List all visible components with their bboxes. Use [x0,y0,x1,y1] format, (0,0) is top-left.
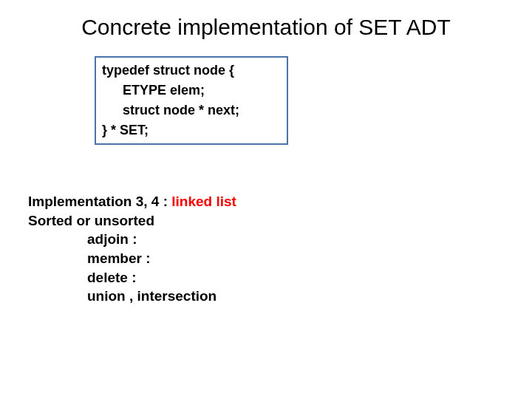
code-line-3: struct node * next; [102,100,281,120]
implementation-prefix: Implementation 3, 4 : [28,194,171,209]
implementation-line: Implementation 3, 4 : linked list [28,192,236,211]
page-title: Concrete implementation of SET ADT [0,15,532,40]
slide: Concrete implementation of SET ADT typed… [0,0,532,399]
union-line: union , intersection [28,287,236,306]
sorted-line: Sorted or unsorted [28,211,236,231]
body-text: Implementation 3, 4 : linked list Sorted… [28,192,236,306]
member-line: member : [28,249,236,268]
code-line-1: typedef struct node { [102,61,281,81]
code-line-4: } * SET; [102,120,281,140]
adjoin-line: adjoin : [28,230,236,249]
implementation-linked-list: linked list [171,194,236,209]
code-line-2: ETYPE elem; [102,81,281,100]
delete-line: delete : [28,268,236,287]
code-box: typedef struct node { ETYPE elem; struct… [95,56,288,145]
